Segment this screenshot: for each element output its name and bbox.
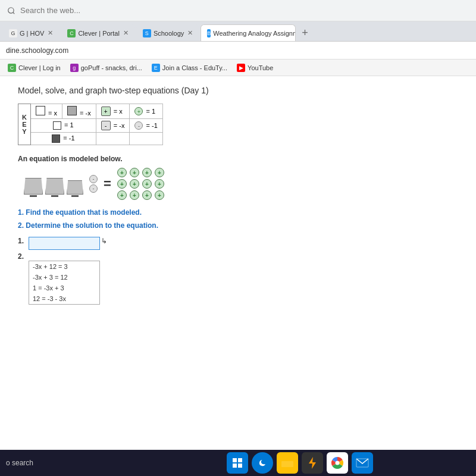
svg-rect-3	[233, 464, 237, 468]
key-cell-cup-x: + = x	[96, 104, 130, 119]
svg-rect-6	[281, 461, 293, 467]
key-sq-neg1: = -1	[63, 134, 74, 142]
tab-schoology[interactable]: S Schoology ✕	[136, 24, 199, 41]
taskbar-edge-icon[interactable]	[252, 452, 273, 474]
key-cell-cup-neg-x: - = -x	[96, 119, 130, 133]
key-cell-circle-neg1: - = -1	[130, 119, 162, 133]
tab-clever[interactable]: C Clever | Portal ✕	[61, 24, 135, 41]
chrome-logo	[331, 456, 344, 469]
tab-weathering[interactable]: B Weathering Analogy Assignment ✕	[201, 24, 296, 41]
mail-logo	[356, 458, 369, 468]
main-content: Model, solve, and graph two-step equatio…	[0, 76, 476, 450]
key-cell-x1: = x	[30, 104, 62, 119]
new-tab-button[interactable]: +	[297, 24, 313, 41]
search-icon	[7, 7, 15, 15]
square-icon	[53, 121, 61, 130]
answer-area: 1. ↳ 2. -3x + 12 = 3 -3x + 3 = 12 1 = -3…	[18, 237, 458, 305]
key-section: KEY = x = -x + = x + = 1	[18, 104, 458, 145]
bookmark-label-youtube: YouTube	[248, 64, 273, 71]
taskbar-search-text: o search	[6, 459, 125, 467]
circle-r2: +	[130, 168, 139, 177]
cup-1	[24, 178, 43, 197]
bookmark-favicon-clever: C	[8, 64, 16, 72]
key-empty2	[130, 133, 162, 145]
dropdown-options[interactable]: -3x + 12 = 3 -3x + 3 = 12 1 = -3x + 3 12…	[29, 261, 100, 305]
bookmark-favicon-youtube: ▶	[237, 64, 245, 72]
svg-point-5	[256, 457, 268, 469]
circle-r10: +	[130, 190, 139, 200]
small-circle-1: -	[89, 175, 98, 183]
circle-r7: +	[142, 179, 152, 189]
tile-shaded-1	[67, 106, 77, 115]
tab-favicon-clever: C	[67, 29, 76, 37]
search-input[interactable]	[20, 6, 469, 15]
tab-close-clever[interactable]: ✕	[123, 29, 129, 37]
answer-number-1: 1.	[18, 237, 29, 245]
circle-r8: +	[155, 179, 164, 189]
circle-icon-1: +	[134, 107, 143, 115]
taskbar-windows-icon[interactable]	[227, 452, 248, 474]
taskbar-chrome-icon[interactable]	[327, 452, 348, 474]
cup-2	[45, 178, 64, 197]
bookmark-label-edule: Join a Class - EduTy...	[162, 64, 227, 71]
bookmark-label-gopuff: goPuff - snacks, dri...	[81, 64, 142, 71]
key-cell-neg-x1: = -x	[62, 104, 96, 119]
edge-logo	[256, 456, 269, 469]
circle-r5: +	[117, 179, 127, 189]
bookmark-edule[interactable]: E Join a Class - EduTy...	[149, 62, 230, 73]
cup-3	[67, 180, 83, 197]
search-bar	[0, 0, 476, 21]
dropdown-option-2[interactable]: 1 = -3x + 3	[29, 283, 99, 293]
key-cup-neg-x: = -x	[114, 122, 125, 129]
dropdown-option-1[interactable]: -3x + 3 = 12	[29, 272, 99, 283]
square-icon-neg1	[52, 134, 60, 143]
key-header: KEY	[18, 104, 31, 145]
equation-model: - - = + + + + + + + + + + + +	[24, 168, 458, 200]
tile-white-1	[36, 106, 45, 115]
question-1-text: 1. Find the equation that is modeled.	[18, 208, 458, 217]
key-equals-neg-x: = -x	[80, 109, 91, 117]
left-cups	[24, 171, 83, 197]
equals-sign: =	[104, 176, 111, 192]
bookmark-clever[interactable]: C Clever | Log in	[5, 62, 64, 73]
question-section: 1. Find the equation that is modeled. 2.…	[18, 208, 458, 230]
bookmark-youtube[interactable]: ▶ YouTube	[234, 62, 276, 73]
address-bar: dine.schoology.com	[0, 42, 476, 60]
dropdown-option-0[interactable]: -3x + 12 = 3	[29, 261, 99, 272]
cursor-indicator: ↳	[101, 237, 107, 245]
address-url: dine.schoology.com	[6, 46, 68, 55]
bookmark-favicon-edule: E	[152, 64, 160, 72]
circle-r6: +	[130, 179, 139, 189]
circle-r9: +	[117, 190, 127, 200]
circle-icon-neg1: -	[134, 121, 143, 130]
tab-hov[interactable]: G G | HOV ✕	[2, 24, 60, 41]
key-circle-neg1: = -1	[146, 122, 158, 129]
circle-r12: +	[155, 190, 164, 200]
bookmark-favicon-gopuff: g	[70, 64, 79, 72]
answer-row-2: 2. -3x + 12 = 3 -3x + 3 = 12 1 = -3x + 3…	[18, 252, 458, 305]
answer-input-1[interactable]	[29, 237, 100, 250]
answer-row-1: 1. ↳	[18, 237, 458, 250]
tab-close-schoology[interactable]: ✕	[187, 29, 193, 37]
taskbar-bolt-icon[interactable]	[302, 452, 323, 474]
svg-marker-7	[309, 457, 316, 469]
bolt-logo	[308, 456, 317, 469]
svg-point-0	[8, 7, 14, 12]
key-cup-x: = x	[114, 108, 123, 115]
taskbar-mail-icon[interactable]	[352, 452, 373, 474]
taskbar: o search	[0, 450, 476, 476]
taskbar-search-label: o search	[6, 459, 33, 467]
taskbar-folder-icon[interactable]	[277, 452, 298, 474]
tabs-bar: G G | HOV ✕ C Clever | Portal ✕ S School…	[0, 21, 476, 42]
tab-close-hov[interactable]: ✕	[48, 29, 53, 37]
bookmark-gopuff[interactable]: g goPuff - snacks, dri...	[67, 62, 145, 73]
cup-icon-plus: +	[101, 107, 111, 116]
tab-favicon-schoology: S	[143, 29, 151, 37]
small-circle-2: -	[89, 184, 98, 193]
left-small-circles: - -	[89, 175, 98, 193]
dropdown-option-3[interactable]: 12 = -3 - 3x	[29, 293, 99, 304]
bookmark-label-clever: Clever | Log in	[18, 64, 61, 71]
key-cell-sq-neg1: = -1	[30, 133, 96, 145]
key-circle-1: = 1	[146, 108, 156, 115]
tab-label-weathering: Weathering Analogy Assignment	[213, 30, 296, 37]
